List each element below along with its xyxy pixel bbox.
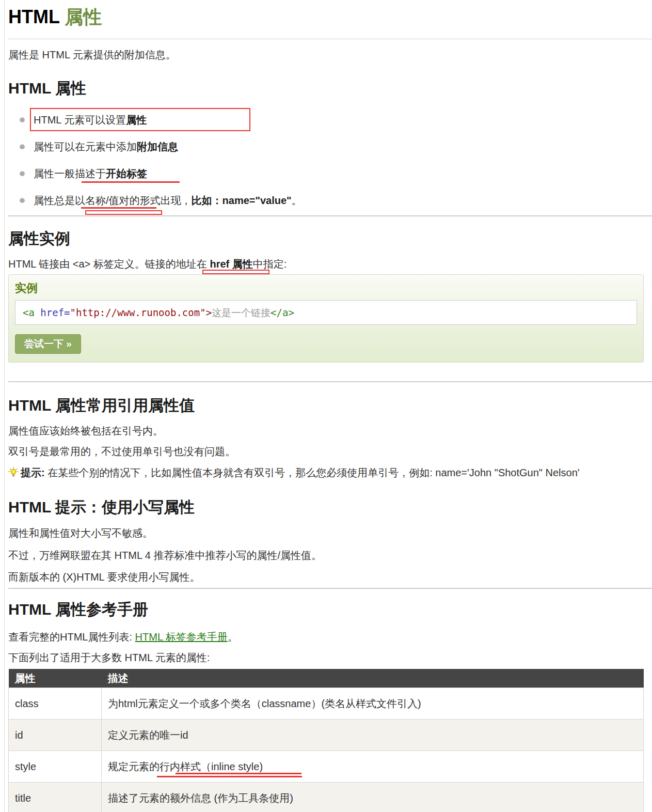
table-row: id 定义元素的唯一id (9, 720, 644, 751)
reference-paragraph-2: 下面列出了适用于大多数 HTML 元素的属性: (8, 650, 644, 665)
example-intro-bold: href 属性 (210, 258, 252, 270)
table-row: title 描述了元素的额外信息 (作为工具条使用) (9, 783, 644, 812)
lowercase-paragraph-2: 不过，万维网联盟在其 HTML 4 推荐标准中推荐小写的属性/属性值。 (8, 548, 644, 563)
page-title: HTML 属性 (8, 5, 644, 28)
example-box: 实例 <a href="http://www.runoob.com">这是一个链… (8, 274, 644, 363)
attribute-bullet-list: HTML 元素可以设置属性 属性可以在元素中添加附加信息 属性一般描述于开始标签… (8, 113, 644, 208)
code-attr-value: "http://www.runoob.com" (70, 307, 206, 318)
code-tag-open: <a (23, 307, 35, 318)
list-item-text: 属性可以在元素中添加附加信息 (34, 139, 178, 154)
list-item-text: 属性一般描述于开始标签 (34, 166, 147, 181)
table-row: style 规定元素的行内样式（inline style) (9, 751, 644, 783)
section-heading-attributes: HTML 属性 (8, 79, 644, 98)
quotes-paragraph-1: 属性值应该始终被包括在引号内。 (8, 424, 644, 438)
reference-link-paragraph: 查看完整的HTML属性列表: HTML 标签参考手册。 (8, 630, 644, 644)
section-divider (8, 215, 652, 216)
bullet-icon (20, 144, 25, 149)
section-heading-lowercase: HTML 提示：使用小写属性 (8, 497, 644, 517)
example-intro: HTML 链接由 <a> 标签定义。链接的地址在 href 属性中指定: (8, 257, 644, 271)
list-item-text: HTML 元素可以设置属性 (34, 113, 147, 127)
list-item: 属性一般描述于开始标签 (8, 166, 644, 181)
table-header-attribute: 属性 (9, 669, 102, 688)
bullet-icon (20, 198, 25, 203)
attribute-name-cell: class (9, 688, 102, 720)
table-header-row: 属性 描述 (9, 669, 644, 688)
lightbulb-icon (8, 467, 19, 478)
example-intro-text: HTML 链接由 <a> 标签定义。链接的地址在 (8, 258, 210, 270)
bullet-text-post: 。 (292, 195, 302, 206)
attribute-desc-cell: 规定元素的行内样式（inline style) (102, 751, 644, 783)
code-link-text: 这是一个链接 (212, 307, 271, 318)
article-content: HTML 属性 属性是 HTML 元素提供的附加信息。 HTML 属性 HTML… (0, 0, 652, 812)
table-header-description: 描述 (102, 669, 644, 688)
bullet-icon (20, 171, 25, 176)
tip-text: 在某些个别的情况下，比如属性值本身就含有双引号，那么您必须使用单引号，例如: n… (45, 467, 580, 478)
list-item: HTML 元素可以设置属性 (8, 113, 644, 127)
tag-reference-link[interactable]: HTML 标签参考手册 (135, 631, 228, 643)
bullet-bold-text: 属性 (126, 114, 147, 126)
bullet-text: 属性可以在元素中添加 (34, 141, 137, 152)
page-title-suffix: 属性 (65, 6, 102, 27)
intro-paragraph: 属性是 HTML 元素提供的附加信息。 (8, 48, 644, 62)
attribute-desc-cell: 描述了元素的额外信息 (作为工具条使用) (102, 783, 644, 812)
tip-paragraph: 提示: 在某些个别的情况下，比如属性值本身就含有双引号，那么您必须使用单引号，例… (8, 465, 644, 480)
attribute-name-cell: style (9, 751, 102, 783)
attribute-reference-table: 属性 描述 class 为html元素定义一个或多个类名（classname）(… (8, 669, 644, 812)
reference-link-post: 。 (228, 631, 238, 643)
section-divider (8, 381, 652, 382)
quotes-paragraph-2: 双引号是最常用的，不过使用单引号也没有问题。 (8, 444, 644, 459)
section-divider (8, 588, 652, 589)
bullet-text: 属性一般描述于 (34, 168, 106, 179)
reference-link-pre: 查看完整的HTML属性列表: (8, 631, 135, 643)
lowercase-paragraph-3: 而新版本的 (X)HTML 要求使用小写属性。 (8, 570, 644, 584)
example-box-label: 实例 (15, 281, 637, 295)
tip-label: 提示: (21, 467, 45, 478)
bullet-bold-text: 附加信息 (137, 141, 178, 152)
code-tag-close: </a> (271, 307, 294, 318)
bullet-text: HTML 元素可以设置 (34, 114, 126, 126)
title-divider (8, 39, 652, 39)
try-it-button[interactable]: 尝试一下 » (15, 334, 81, 354)
list-item: 属性可以在元素中添加附加信息 (8, 139, 644, 154)
section-heading-reference: HTML 属性参考手册 (8, 600, 644, 619)
code-attr-name: href= (35, 307, 70, 318)
table-row: class 为html元素定义一个或多个类名（classname）(类名从样式文… (9, 688, 644, 720)
attribute-desc-cell: 为html元素定义一个或多个类名（classname）(类名从样式文件引入) (102, 688, 644, 720)
example-intro-post: 中指定: (253, 258, 287, 270)
page-title-prefix: HTML (8, 6, 65, 27)
attribute-name-cell: id (9, 720, 102, 751)
code-bracket: > (206, 307, 212, 318)
bullet-text: 属性总是以名称/值对的形式出现， (34, 195, 192, 206)
code-snippet: <a href="http://www.runoob.com">这是一个链接</… (15, 300, 637, 325)
bullet-bold-text: 比如：name="value" (192, 195, 292, 206)
lowercase-paragraph-1: 属性和属性值对大小写不敏感。 (8, 526, 644, 540)
bullet-icon (20, 117, 25, 122)
attribute-name-cell: title (9, 783, 102, 812)
bullet-bold-text: 开始标签 (106, 168, 147, 179)
section-heading-quotes: HTML 属性常用引用属性值 (8, 396, 644, 415)
list-item: 属性总是以名称/值对的形式出现，比如：name="value"。 (8, 193, 644, 208)
attribute-desc-cell: 定义元素的唯一id (102, 720, 644, 751)
list-item-text: 属性总是以名称/值对的形式出现，比如：name="value"。 (34, 193, 302, 208)
section-heading-example: 属性实例 (8, 229, 644, 248)
tip-text-wrap: 提示: 在某些个别的情况下，比如属性值本身就含有双引号，那么您必须使用单引号，例… (21, 465, 580, 480)
